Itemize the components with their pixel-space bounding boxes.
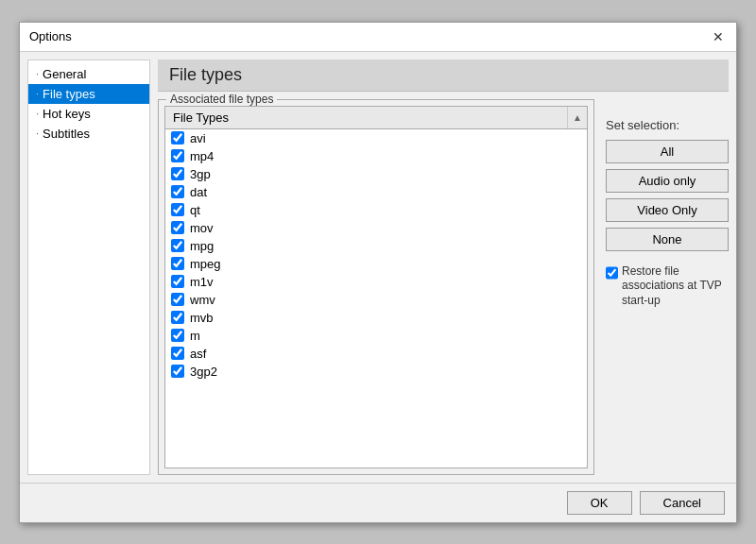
dialog-title: Options bbox=[29, 29, 72, 43]
content-area: Associated file types File Types ▲ avimp… bbox=[158, 99, 729, 475]
file-label-3gp2: 3gp2 bbox=[190, 365, 217, 379]
file-label-mpeg: mpeg bbox=[190, 257, 221, 271]
file-label-dat: dat bbox=[190, 185, 207, 199]
restore-label: Restore file associations at TVP start-u… bbox=[622, 264, 729, 309]
file-label-mvb: mvb bbox=[190, 311, 214, 325]
list-item: m bbox=[165, 327, 587, 345]
title-bar: Options ✕ bbox=[20, 23, 736, 52]
scroll-up-icon: ▲ bbox=[568, 112, 587, 123]
file-label-qt: qt bbox=[190, 203, 200, 217]
list-item: wmv bbox=[165, 291, 587, 309]
file-checkbox-qt[interactable] bbox=[171, 203, 184, 216]
options-dialog: Options ✕ ·General·File types·Hot keys·S… bbox=[19, 22, 737, 523]
file-label-m: m bbox=[190, 329, 200, 343]
main-content: File types Associated file types File Ty… bbox=[158, 60, 729, 475]
sidebar-item-general[interactable]: ·General bbox=[28, 64, 149, 84]
sidebar-item-file-types[interactable]: ·File types bbox=[28, 84, 149, 104]
list-item: mpg bbox=[165, 237, 587, 255]
list-item: 3gp bbox=[165, 165, 587, 183]
section-legend: Associated file types bbox=[166, 93, 277, 106]
sidebar-label-general: General bbox=[43, 67, 86, 81]
ok-button[interactable]: OK bbox=[567, 491, 632, 515]
list-item: m1v bbox=[165, 273, 587, 291]
file-label-asf: asf bbox=[190, 347, 206, 361]
file-label-wmv: wmv bbox=[190, 293, 215, 307]
set-selection-label: Set selection: bbox=[606, 118, 729, 132]
list-item: mp4 bbox=[165, 147, 587, 165]
sidebar: ·General·File types·Hot keys·Subtitles bbox=[27, 60, 150, 475]
sidebar-dash-subtitles: · bbox=[36, 128, 39, 139]
list-item: mvb bbox=[165, 309, 587, 327]
list-item: 3gp2 bbox=[165, 363, 587, 381]
none-button[interactable]: None bbox=[606, 228, 729, 251]
sidebar-dash-hot-keys: · bbox=[36, 108, 39, 119]
file-checkbox-mpeg[interactable] bbox=[171, 257, 184, 270]
file-checkbox-avi[interactable] bbox=[171, 131, 184, 144]
file-checkbox-mov[interactable] bbox=[171, 221, 184, 234]
list-item: asf bbox=[165, 345, 587, 363]
sidebar-label-hot-keys: Hot keys bbox=[43, 107, 91, 121]
sidebar-label-file-types: File types bbox=[43, 87, 95, 101]
file-checkbox-m[interactable] bbox=[171, 329, 184, 342]
file-checkbox-wmv[interactable] bbox=[171, 293, 184, 306]
list-item: avi bbox=[165, 129, 587, 147]
cancel-button[interactable]: Cancel bbox=[640, 491, 725, 515]
restore-section: Restore file associations at TVP start-u… bbox=[606, 264, 729, 309]
file-checkbox-3gp[interactable] bbox=[171, 167, 184, 180]
dialog-footer: OK Cancel bbox=[20, 483, 736, 522]
sidebar-item-hot-keys[interactable]: ·Hot keys bbox=[28, 104, 149, 124]
dialog-body: ·General·File types·Hot keys·Subtitles F… bbox=[20, 52, 736, 483]
list-item: mov bbox=[165, 219, 587, 237]
sidebar-label-subtitles: Subtitles bbox=[43, 127, 90, 141]
sidebar-dash-general: · bbox=[36, 68, 39, 79]
file-checkbox-3gp2[interactable] bbox=[171, 365, 184, 378]
file-label-mov: mov bbox=[190, 221, 214, 235]
file-checkbox-asf[interactable] bbox=[171, 347, 184, 360]
file-checkbox-mp4[interactable] bbox=[171, 149, 184, 162]
sidebar-dash-file-types: · bbox=[36, 88, 39, 99]
file-checkbox-m1v[interactable] bbox=[171, 275, 184, 288]
file-label-3gp: 3gp bbox=[190, 167, 211, 181]
content-header: File types bbox=[158, 60, 729, 92]
audio-only-button[interactable]: Audio only bbox=[606, 169, 729, 193]
file-types-header: File Types ▲ bbox=[164, 106, 588, 128]
all-button[interactable]: All bbox=[606, 140, 729, 163]
list-item: qt bbox=[165, 201, 587, 219]
list-item: mpeg bbox=[165, 255, 587, 273]
file-list-container[interactable]: avimp43gpdatqtmovmpgmpegm1vwmvmvbmasf3gp… bbox=[164, 128, 588, 468]
right-panel: Set selection: AllAudio onlyVideo OnlyNo… bbox=[606, 99, 729, 475]
list-item: dat bbox=[165, 183, 587, 201]
file-label-m1v: m1v bbox=[190, 275, 214, 289]
file-label-mpg: mpg bbox=[190, 239, 214, 253]
file-types-column-header: File Types bbox=[165, 107, 568, 128]
file-checkbox-mpg[interactable] bbox=[171, 239, 184, 252]
file-label-mp4: mp4 bbox=[190, 149, 214, 163]
file-checkbox-mvb[interactable] bbox=[171, 311, 184, 324]
restore-checkbox[interactable] bbox=[606, 266, 618, 280]
file-label-avi: avi bbox=[190, 131, 206, 145]
sidebar-item-subtitles[interactable]: ·Subtitles bbox=[28, 124, 149, 144]
file-checkbox-dat[interactable] bbox=[171, 185, 184, 198]
close-button[interactable]: ✕ bbox=[710, 28, 727, 45]
file-types-section: Associated file types File Types ▲ avimp… bbox=[158, 99, 594, 475]
video-only-button[interactable]: Video Only bbox=[606, 198, 729, 222]
